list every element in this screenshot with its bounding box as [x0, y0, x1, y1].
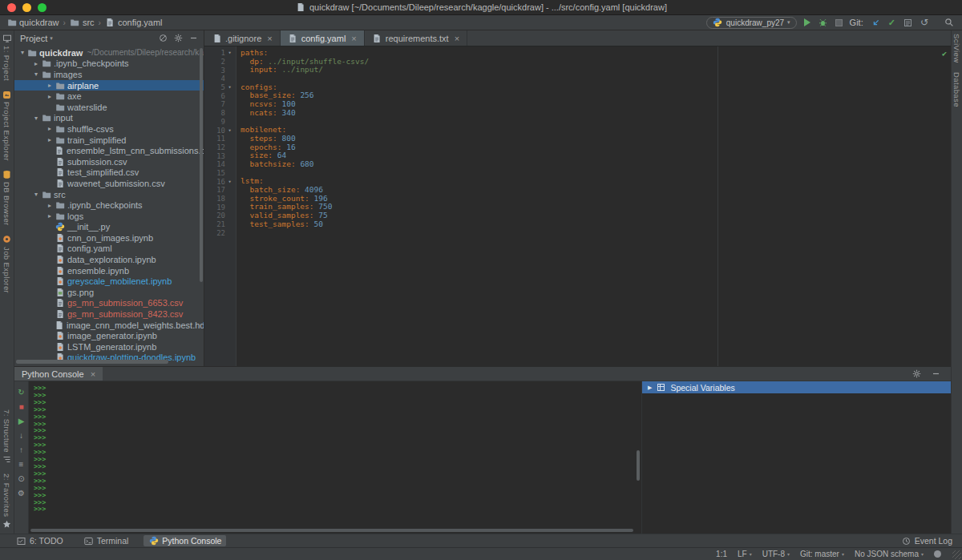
status-lf[interactable]: LF▾: [738, 550, 752, 558]
tool-window-button-job-explorer[interactable]: Job Explorer: [2, 235, 12, 293]
collapse-all-icon[interactable]: [159, 34, 168, 42]
fold-marker-icon[interactable]: ▾: [225, 179, 234, 185]
tool-window-button-db-browser[interactable]: DB Browser: [2, 170, 12, 226]
chevron-down-icon[interactable]: ▾: [31, 71, 41, 78]
console-horizontal-scrollbar[interactable]: [30, 529, 633, 532]
tool-window-button-7-structure[interactable]: 7: Structure: [2, 409, 12, 465]
revert-icon[interactable]: ↺: [920, 17, 928, 28]
tool-window-button-sciview[interactable]: SciView: [952, 34, 961, 62]
fold-marker-icon[interactable]: ▾: [225, 127, 234, 134]
tree-item-init-py[interactable]: __init__.py: [14, 222, 204, 233]
tree-item-train-simplified[interactable]: ▸train_simplified: [14, 135, 204, 146]
breadcrumb-item-src[interactable]: src: [70, 18, 95, 27]
tool-window-button-database[interactable]: Database: [952, 72, 961, 107]
search-icon[interactable]: [944, 18, 954, 27]
minimize-icon[interactable]: [931, 369, 941, 379]
tree-item-src[interactable]: ▾src: [14, 189, 204, 200]
chevron-down-icon[interactable]: ▾: [31, 191, 41, 198]
tree-item-ensemble-ipynb[interactable]: ensemble.ipynb: [14, 265, 204, 276]
rerun-icon[interactable]: ↻: [18, 385, 24, 398]
tree-item-waterslide[interactable]: waterslide: [14, 102, 204, 113]
zoom-window-button[interactable]: [38, 3, 46, 12]
tree-item-ipynb-checkpoints[interactable]: ▸.ipynb_checkpoints: [14, 58, 204, 70]
tree-item-test-simplified-csv[interactable]: test_simplified.csv: [14, 167, 204, 179]
status-utf-8[interactable]: UTF-8▾: [762, 550, 790, 558]
tool-window-button-terminal[interactable]: Terminal: [79, 535, 134, 546]
tree-item-ensemble-lstm-cnn-submissions-csv[interactable]: ensemble_lstm_cnn_submissions.csv: [14, 145, 204, 156]
chevron-right-icon[interactable]: ▸: [45, 212, 55, 220]
tool-window-button-1-project[interactable]: 1: Project: [2, 34, 12, 81]
stop-icon[interactable]: ■: [18, 400, 23, 413]
chevron-right-icon[interactable]: ▸: [45, 136, 55, 143]
minimize-window-button[interactable]: [22, 3, 31, 12]
tree-item-airplane[interactable]: ▸airplane: [14, 80, 204, 91]
breadcrumb-item-quickdraw[interactable]: quickdraw: [6, 18, 59, 27]
close-icon[interactable]: ×: [351, 34, 356, 43]
tool-window-button-6-todo[interactable]: 6: TODO: [11, 535, 68, 546]
tree-item-input[interactable]: ▾input: [14, 113, 204, 124]
status-1-1[interactable]: 1:1: [716, 550, 727, 558]
tree-item-ipynb-checkpoints[interactable]: ▸.ipynb_checkpoints: [14, 199, 204, 211]
editor-code[interactable]: paths: dp: ../input/shuffle-csvs/ input:…: [236, 46, 951, 366]
tree-item-logs[interactable]: ▸logs: [14, 211, 204, 222]
tool-window-button-python-console[interactable]: Python Console: [143, 535, 226, 546]
tab-gitignore[interactable]: .gitignore×: [204, 30, 281, 46]
chevron-down-icon[interactable]: ▾: [31, 115, 41, 122]
console-vertical-scrollbar[interactable]: [637, 450, 640, 481]
close-icon[interactable]: ×: [267, 34, 272, 43]
tree-item-wavenet-submission-csv[interactable]: wavenet_submission.csv: [14, 178, 204, 189]
special-variables-header[interactable]: ▶ Special Variables: [642, 381, 951, 393]
status-git-master[interactable]: Git: master▾: [800, 550, 844, 558]
project-view-selector[interactable]: Project: [20, 34, 47, 43]
git-update-icon[interactable]: [871, 18, 881, 27]
fold-marker-icon[interactable]: ▾: [225, 84, 234, 91]
tab-requirements-txt[interactable]: requirements.txt×: [365, 30, 467, 46]
console-output[interactable]: >>>>>>>>>>>>>>>>>>>>>>>>>>>>>>>>>>>>>>>>…: [29, 381, 641, 534]
highlighting-level-icon[interactable]: [934, 550, 941, 558]
tree-item-data-exploration-ipynb[interactable]: data_exploration.ipynb: [14, 254, 204, 265]
tab-python-console[interactable]: Python Console ×: [14, 367, 103, 381]
breadcrumb-item-config-yaml[interactable]: config.yaml: [105, 18, 163, 27]
fold-marker-icon[interactable]: ▾: [225, 50, 234, 56]
close-window-button[interactable]: [7, 3, 16, 12]
tree-item-config-yaml[interactable]: config.yaml: [14, 244, 204, 255]
close-icon[interactable]: ×: [91, 369, 95, 379]
soft-wrap-icon[interactable]: ≡: [19, 457, 24, 470]
chevron-right-icon[interactable]: ▸: [31, 60, 41, 67]
chevron-right-icon[interactable]: ▸: [45, 125, 55, 132]
tree-item-greyscale-mobilenet-ipynb[interactable]: greyscale_mobilenet.ipynb: [14, 276, 204, 287]
tree-item-shuffle-csvs[interactable]: ▸shuffle-csvs: [14, 123, 204, 135]
tree-item-image-generator-ipynb[interactable]: image_generator.ipynb: [14, 330, 204, 341]
tool-window-button-project-explorer[interactable]: Project Explorer: [2, 90, 12, 161]
close-icon[interactable]: ×: [455, 34, 459, 43]
git-diff-icon[interactable]: [903, 18, 913, 27]
gear-icon[interactable]: [911, 369, 922, 379]
hide-icon[interactable]: [189, 34, 198, 42]
git-commit-icon[interactable]: ✓: [888, 18, 895, 28]
settings-icon[interactable]: ⚙: [18, 486, 25, 499]
chevron-down-icon[interactable]: ▾: [18, 49, 27, 56]
chevron-right-icon[interactable]: ▸: [45, 82, 55, 89]
tree-item-axe[interactable]: ▸axe: [14, 91, 204, 102]
resize-grip[interactable]: [952, 550, 961, 559]
run-configuration-select[interactable]: quickdraw_py27 ▾: [706, 17, 797, 29]
tab-config-yaml[interactable]: config.yaml×: [281, 30, 365, 46]
tree-item-gs-png[interactable]: gs.png: [14, 287, 204, 298]
debug-button[interactable]: [818, 18, 828, 27]
project-horizontal-scrollbar[interactable]: [16, 360, 168, 364]
tree-item-cnn-on-images-ipynb[interactable]: cnn_on_images.ipynb: [14, 232, 204, 244]
show-variables-icon[interactable]: ⊙: [18, 472, 24, 485]
event-log-button[interactable]: Event Log: [901, 536, 952, 546]
tree-item-images[interactable]: ▾images: [14, 69, 204, 80]
tree-item-lstm-generator-ipynb[interactable]: LSTM_generator.ipynb: [14, 341, 204, 353]
execute-icon[interactable]: ▶: [18, 414, 25, 427]
status-no-json-schema[interactable]: No JSON schema▾: [855, 550, 924, 558]
settings-icon[interactable]: [174, 34, 183, 42]
tree-item-quickdraw[interactable]: ▾quickdraw~/Documents/Dileep/research/ka…: [14, 47, 204, 58]
tool-window-button-2-favorites[interactable]: 2: Favorites: [2, 473, 12, 529]
scroll-up-icon[interactable]: ↑: [19, 443, 23, 456]
tree-item-image-cnn-model-weights-best-hdf5[interactable]: image_cnn_model_weights.best.hdf5: [14, 320, 204, 331]
scroll-down-icon[interactable]: ↓: [19, 429, 23, 441]
tree-item-submission-csv[interactable]: submission.csv: [14, 156, 204, 167]
project-vertical-scrollbar[interactable]: [200, 48, 203, 282]
